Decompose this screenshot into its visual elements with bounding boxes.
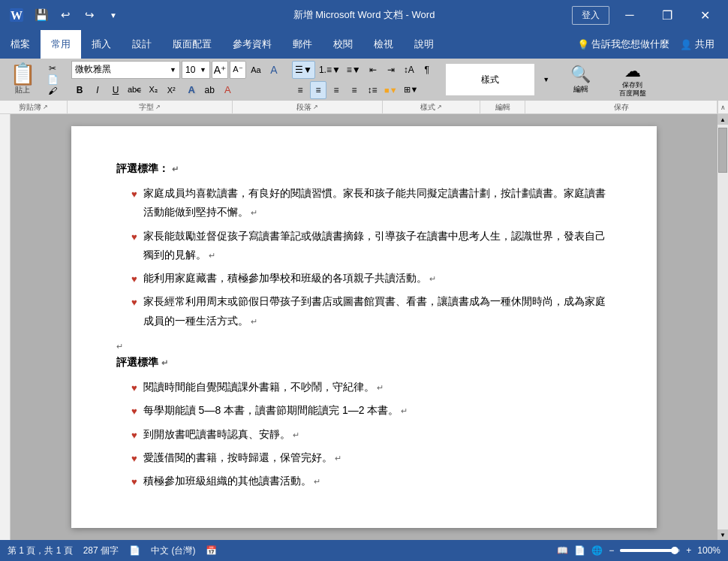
text-highlight-button[interactable]: ab xyxy=(201,81,218,99)
sort-button[interactable]: ↕A xyxy=(401,61,417,79)
print-layout-icon[interactable]: 📄 xyxy=(574,545,585,556)
copy-button[interactable]: 📄 xyxy=(44,74,62,85)
save-cloud-group: ☁ 保存到百度网盤 xyxy=(607,63,655,96)
font-row1: 微軟雅黑 ▼ 10 ▼ A⁺ A⁻ Aa A xyxy=(71,61,282,79)
bullet-icon-8: ♥ xyxy=(131,450,137,467)
superscript-button[interactable]: X² xyxy=(163,81,179,99)
bullet-list-button[interactable]: ☰▼ xyxy=(292,61,315,79)
quick-access-toolbar: W 💾 ↩ ↪ ▼ xyxy=(6,5,123,26)
tell-me-area[interactable]: 💡 告訴我您想做什麼 xyxy=(577,38,669,51)
shading-button[interactable]: ■▼ xyxy=(382,81,400,99)
web-layout-icon[interactable]: 🌐 xyxy=(591,545,603,556)
svg-text:W: W xyxy=(11,9,23,22)
scroll-thumb[interactable] xyxy=(718,128,727,173)
menu-design[interactable]: 設計 xyxy=(122,30,162,59)
format-painter-button[interactable]: 🖌 xyxy=(44,86,62,96)
font-expand-icon[interactable]: ↗ xyxy=(155,104,161,110)
menu-help[interactable]: 說明 xyxy=(404,30,444,59)
edit-button[interactable]: 🔍 編輯 xyxy=(564,63,597,96)
align-right-button[interactable]: ≡ xyxy=(328,81,344,99)
scroll-track[interactable] xyxy=(717,125,728,529)
close-button[interactable]: ✕ xyxy=(687,0,722,30)
menu-layout[interactable]: 版面配置 xyxy=(162,30,222,59)
list-item-text: 家庭成員均喜歡讀書，有良好的閱讀習慣。家長和孩子能共同擬定讀書計劃，按計劃讀書。… xyxy=(143,184,612,222)
paste-icon: 📋 xyxy=(10,64,36,85)
vertical-scrollbar[interactable]: ▲ ▼ xyxy=(717,114,728,540)
heading-2: 評選標準 ↵ xyxy=(116,353,612,372)
save-cloud-icon: ☁ xyxy=(624,62,641,81)
paragraph-group: ☰▼ 1.≡▼ ≡▼ ⇤ ⇥ ↕A ¶ ≡ ≡ ≡ ≡ ↕≡ ■▼ ⊞▼ xyxy=(292,61,442,99)
ribbon-collapse-button[interactable]: ∧ xyxy=(717,101,728,113)
word-icon: W xyxy=(6,5,27,26)
read-mode-icon[interactable]: 📖 xyxy=(557,545,568,556)
align-center-button[interactable]: ≡ xyxy=(310,81,326,99)
font-size-selector[interactable]: 10 ▼ xyxy=(182,61,210,79)
menu-references[interactable]: 參考資料 xyxy=(222,30,282,59)
font-name-selector[interactable]: 微軟雅黑 ▼ xyxy=(71,61,180,79)
menu-home[interactable]: 常用 xyxy=(41,30,81,59)
strikethrough-button[interactable]: abc̶ xyxy=(125,81,143,99)
bullet-icon-4: ♥ xyxy=(131,294,137,311)
share-button[interactable]: 👤 共用 xyxy=(672,38,722,51)
decrease-indent-button[interactable]: ⇤ xyxy=(365,61,381,79)
save-cloud-button[interactable]: ☁ 保存到百度网盤 xyxy=(610,63,655,96)
borders-button[interactable]: ⊞▼ xyxy=(402,81,421,99)
list-item: ♥ 家長能鼓勵並督促孩子寫讀書筆記或做讀書摘錄，引導孩子在讀書中思考人生，認識世… xyxy=(116,227,612,264)
save-quick-icon[interactable]: 💾 xyxy=(32,5,51,25)
bullet-icon-2: ♥ xyxy=(131,228,137,246)
justify-button[interactable]: ≡ xyxy=(346,81,362,99)
plus-zoom-icon[interactable]: + xyxy=(686,545,691,556)
minus-zoom-icon[interactable]: − xyxy=(609,545,614,556)
paragraph-expand-icon[interactable]: ↗ xyxy=(313,104,318,110)
clear-format-button[interactable]: A xyxy=(266,61,282,79)
styles-expand-icon[interactable]: ↗ xyxy=(437,104,442,110)
font-grow-button[interactable]: A⁺ xyxy=(212,61,228,79)
italic-button[interactable]: I xyxy=(89,81,106,99)
title-bar: W 💾 ↩ ↪ ▼ 新增 Microsoft Word 文档 - Word 登入… xyxy=(0,0,728,30)
line-spacing-button[interactable]: ↕≡ xyxy=(364,81,381,99)
clipboard-expand-icon[interactable]: ↗ xyxy=(43,104,48,110)
menu-right-area: 💡 告訴我您想做什麼 👤 共用 xyxy=(577,30,728,59)
scroll-down-arrow[interactable]: ▼ xyxy=(717,529,728,540)
scroll-up-arrow[interactable]: ▲ xyxy=(717,114,728,125)
document-scroll-area[interactable]: 評選標準： ↵ ♥ 家庭成員均喜歡讀書，有良好的閱讀習慣。家長和孩子能共同擬定讀… xyxy=(11,114,717,540)
align-left-button[interactable]: ≡ xyxy=(292,81,308,99)
menu-review[interactable]: 校閱 xyxy=(323,30,363,59)
menu-view[interactable]: 檢視 xyxy=(363,30,404,59)
styles-expand-button[interactable]: ▼ xyxy=(538,63,555,96)
zoom-slider[interactable] xyxy=(620,549,680,552)
multilevel-list-button[interactable]: ≡▼ xyxy=(344,61,363,79)
vertical-ruler xyxy=(0,114,11,540)
customize-quick-icon[interactable]: ▼ xyxy=(104,5,123,25)
undo-quick-icon[interactable]: ↩ xyxy=(56,5,75,25)
change-case-button[interactable]: Aa xyxy=(248,61,264,79)
restore-button[interactable]: ❐ xyxy=(650,0,684,30)
paragraph-row1: ☰▼ 1.≡▼ ≡▼ ⇤ ⇥ ↕A ¶ xyxy=(292,61,435,79)
paste-button[interactable]: 📋 貼上 xyxy=(5,62,41,97)
list-item: ♥ 到開放書吧讀書時認真、安靜。 ↵ xyxy=(116,425,612,444)
list-item: ♥ 家庭成員均喜歡讀書，有良好的閱讀習慣。家長和孩子能共同擬定讀書計劃，按計劃讀… xyxy=(116,184,612,222)
increase-indent-button[interactable]: ⇥ xyxy=(383,61,399,79)
minimize-button[interactable]: ─ xyxy=(612,0,647,30)
subscript-button[interactable]: X₂ xyxy=(145,81,161,99)
cut-button[interactable]: ✂ xyxy=(44,63,62,74)
list-item: ♥ 閱讀時間能自覺閱讀課外書籍，不吵鬧，守紀律。 ↵ xyxy=(116,378,612,397)
list-item: ♥ 愛護借閱的書籍，按時歸還，保管完好。 ↵ xyxy=(116,448,612,467)
text-effect-button[interactable]: A xyxy=(183,81,200,99)
font-color-button[interactable]: A xyxy=(219,81,236,99)
login-button[interactable]: 登入 xyxy=(572,6,609,25)
numbered-list-button[interactable]: 1.≡▼ xyxy=(317,61,343,79)
zoom-thumb[interactable] xyxy=(671,547,678,554)
menu-mail[interactable]: 郵件 xyxy=(282,30,323,59)
styles-gallery[interactable]: 樣式 xyxy=(445,63,535,96)
menu-file[interactable]: 檔案 xyxy=(0,30,41,59)
show-marks-button[interactable]: ¶ xyxy=(419,61,435,79)
edit-label: 編輯 xyxy=(480,101,525,113)
bold-button[interactable]: B xyxy=(71,81,88,99)
status-left: 第 1 頁，共 1 頁 287 個字 📄 中文 (台灣) 📅 xyxy=(8,544,217,557)
empty-paragraph-1: ↵ xyxy=(116,336,612,350)
underline-button[interactable]: U xyxy=(107,81,124,99)
font-shrink-button[interactable]: A⁻ xyxy=(230,61,246,79)
menu-insert[interactable]: 插入 xyxy=(81,30,122,59)
redo-quick-icon[interactable]: ↪ xyxy=(80,5,99,25)
